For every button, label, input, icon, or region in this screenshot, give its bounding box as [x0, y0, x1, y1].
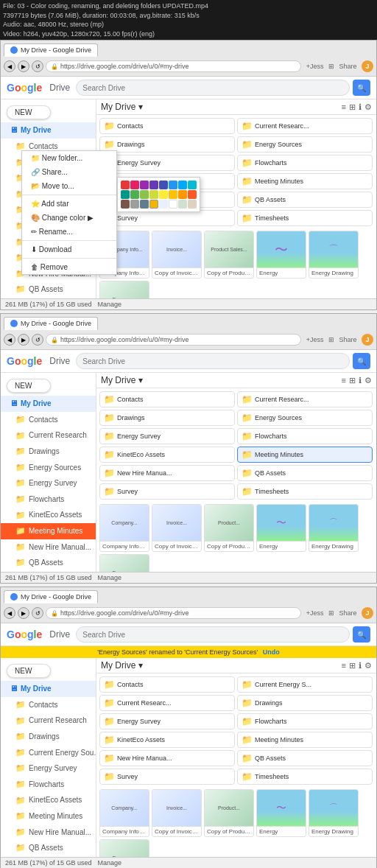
- sidebar-contacts-3[interactable]: 📁Contacts: [1, 697, 96, 713]
- search-btn-3[interactable]: 🔍: [353, 626, 370, 643]
- sidebar-ke-2[interactable]: 📁KinetEco Assets: [1, 508, 96, 524]
- search-input-1[interactable]: [76, 80, 350, 96]
- my-drive-btn-2[interactable]: My Drive ▾: [101, 375, 143, 385]
- sidebar-cr-3[interactable]: 📁Current Research: [1, 713, 96, 729]
- file-invoice-2[interactable]: Invoice... Copy of Invoice - P...: [152, 504, 202, 552]
- color-purple-1[interactable]: [140, 181, 149, 189]
- ctx-rename-1[interactable]: ✏ Rename...: [22, 225, 116, 239]
- folder-fc-3[interactable]: 📁Flowcharts: [237, 713, 373, 729]
- folder-ens-2[interactable]: 📁Energy Sources: [237, 410, 373, 426]
- file-energy-drawing-1[interactable]: ⌒ Energy Drawing: [309, 231, 359, 279]
- browser-tab-1[interactable]: My Drive - Google Drive: [4, 43, 98, 57]
- folder-sv-3[interactable]: 📁Survey: [99, 769, 235, 785]
- folder-cr-2[interactable]: 📁Current Researc...: [237, 391, 373, 407]
- file-company-3[interactable]: Company... Company Informatio...: [99, 789, 149, 837]
- my-drive-btn-3[interactable]: My Drive ▾: [101, 660, 143, 671]
- folder-ke-2[interactable]: 📁KinetEco Assets: [99, 447, 235, 463]
- address-bar-3[interactable]: 🔒 https://drive.google.com/drive/u/0/#my…: [46, 607, 301, 619]
- color-orange-1[interactable]: [178, 190, 187, 199]
- share-btn-2[interactable]: Share: [339, 336, 356, 343]
- back-btn-1[interactable]: ◀: [4, 60, 15, 72]
- folder-drawings-1[interactable]: 📁Drawings: [99, 136, 235, 153]
- search-input-2[interactable]: [76, 353, 350, 369]
- search-input-3[interactable]: [76, 626, 350, 643]
- avatar-1[interactable]: J: [362, 60, 373, 72]
- reload-btn-1[interactable]: ↺: [32, 60, 43, 72]
- folder-draw-2[interactable]: 📁Drawings: [99, 410, 235, 426]
- sidebar-nh-3[interactable]: 📁New Hire Manual...: [1, 825, 96, 841]
- color-paleGreen-1[interactable]: [178, 200, 187, 209]
- folder-mm-2[interactable]: 📁Meeting Minutes: [237, 447, 373, 463]
- forward-btn-3[interactable]: ▶: [18, 607, 29, 619]
- new-button-1[interactable]: NEW: [7, 105, 51, 119]
- ctx-color-1[interactable]: 🎨 Change color ▶: [22, 211, 116, 225]
- folder-contacts-1[interactable]: 📁Contacts: [99, 118, 235, 134]
- address-bar-2[interactable]: 🔒 https://drive.google.com/drive/u/0/#my…: [46, 334, 301, 346]
- sidebar-draw-3[interactable]: 📁Drawings: [1, 729, 96, 745]
- file-energy-draw-3[interactable]: ⌒ Energy Drawing: [309, 789, 359, 837]
- folder-sv-2[interactable]: 📁Survey: [99, 483, 235, 500]
- sidebar-qb-3[interactable]: 📁QB Assets: [1, 840, 96, 856]
- reload-btn-2[interactable]: ↺: [32, 334, 43, 346]
- file-energy-3[interactable]: 〜 Energy: [256, 789, 306, 837]
- folder-energy-sources-1[interactable]: 📁Energy Sources: [237, 136, 373, 153]
- folder-cr-3[interactable]: 📁Current Researc...: [99, 695, 235, 711]
- list-view-icon-1[interactable]: ≡: [342, 102, 346, 111]
- folder-fc-2[interactable]: 📁Flowcharts: [237, 428, 373, 444]
- back-btn-2[interactable]: ◀: [4, 334, 15, 346]
- color-grey-1[interactable]: [130, 200, 139, 209]
- grid-icon-3[interactable]: ⊞: [328, 609, 334, 617]
- ctx-download-1[interactable]: ⬇ Download: [22, 242, 116, 256]
- grid-view-icon-1[interactable]: ⊞: [349, 102, 356, 112]
- folder-ke-3[interactable]: 📁KinetEco Assets: [99, 732, 235, 748]
- file-company-2[interactable]: Company... Company Informatio...: [99, 504, 149, 552]
- sidebar-ke-3[interactable]: 📁KinetEco Assets: [1, 793, 96, 809]
- folder-nh-2[interactable]: 📁New Hire Manua...: [99, 465, 235, 481]
- folder-ts-3[interactable]: 📁Timesheets: [237, 769, 373, 785]
- grid-icon-1[interactable]: ⊞: [328, 63, 334, 70]
- sidebar-mm-3[interactable]: 📁Meeting Minutes: [1, 808, 96, 825]
- file-expense-1[interactable]: Expense... Expense Report.xls...: [99, 281, 149, 298]
- sidebar-fc-2[interactable]: 📁Flowcharts: [1, 491, 96, 508]
- folder-qb-3[interactable]: 📁QB Assets: [237, 750, 373, 766]
- avatar-3[interactable]: J: [362, 607, 373, 619]
- color-lime-1[interactable]: [149, 190, 158, 199]
- grid-view-3[interactable]: ⊞: [349, 661, 356, 671]
- ctx-star-1[interactable]: ⭐ Add star: [22, 197, 116, 211]
- sidebar-qb-2[interactable]: 📁QB Assets: [1, 555, 96, 571]
- file-product-2[interactable]: Product... Copy of Product Sal...: [204, 504, 254, 552]
- file-invoice-3[interactable]: Invoice... Copy of Invoice - P...: [152, 789, 202, 837]
- file-energy-2[interactable]: 〜 Energy: [256, 504, 306, 552]
- sidebar-esv-3[interactable]: 📁Energy Survey: [1, 760, 96, 777]
- folder-timesheets-1[interactable]: 📁Timesheets: [237, 210, 373, 226]
- new-button-3[interactable]: NEW: [7, 664, 51, 678]
- sidebar-esv-2[interactable]: 📁Energy Survey: [1, 475, 96, 491]
- sidebar-my-drive-3[interactable]: 🖥My Drive: [1, 681, 96, 697]
- info-3[interactable]: ℹ: [359, 661, 362, 671]
- folder-ensv-2[interactable]: 📁Energy Survey: [99, 428, 235, 444]
- color-blue-1[interactable]: [169, 181, 177, 189]
- color-blueGrey-1[interactable]: [140, 200, 149, 209]
- browser-tab-2[interactable]: My Drive - Google Drive: [4, 317, 98, 330]
- search-btn-2[interactable]: 🔍: [353, 353, 370, 369]
- file-energy-draw-2[interactable]: ⌒ Energy Drawing: [309, 504, 359, 552]
- undo-link-3[interactable]: Undo: [263, 648, 280, 656]
- grid-icon-2[interactable]: ⊞: [328, 336, 334, 343]
- folder-mm-3[interactable]: 📁Meeting Minutes: [237, 732, 373, 748]
- color-lightBlue-1[interactable]: [178, 181, 187, 189]
- file-product-3[interactable]: Product... Copy of Product Sal...: [204, 789, 254, 837]
- avatar-2[interactable]: J: [362, 334, 373, 346]
- folder-contacts-2[interactable]: 📁Contacts: [99, 391, 235, 407]
- forward-btn-2[interactable]: ▶: [18, 334, 29, 346]
- sidebar-qb-1[interactable]: 📁QB Assets: [1, 281, 96, 298]
- folder-meeting-minutes-1[interactable]: 📁Meeting Minutes: [237, 173, 373, 189]
- file-expense-2[interactable]: Expense... Expense Report.xls...: [99, 554, 149, 572]
- folder-current-research-1[interactable]: 📁Current Researc...: [237, 118, 373, 134]
- info-icon-1[interactable]: ℹ: [359, 102, 362, 112]
- folder-energy-survey-1[interactable]: 📁Energy Survey: [99, 155, 235, 171]
- sidebar-cr-2[interactable]: 📁Current Research: [1, 428, 96, 444]
- grid-view-2[interactable]: ⊞: [349, 376, 356, 385]
- ctx-remove-1[interactable]: 🗑 Remove: [22, 260, 116, 274]
- color-amber-1[interactable]: [169, 190, 177, 199]
- folder-draw-3[interactable]: 📁Drawings: [237, 695, 373, 711]
